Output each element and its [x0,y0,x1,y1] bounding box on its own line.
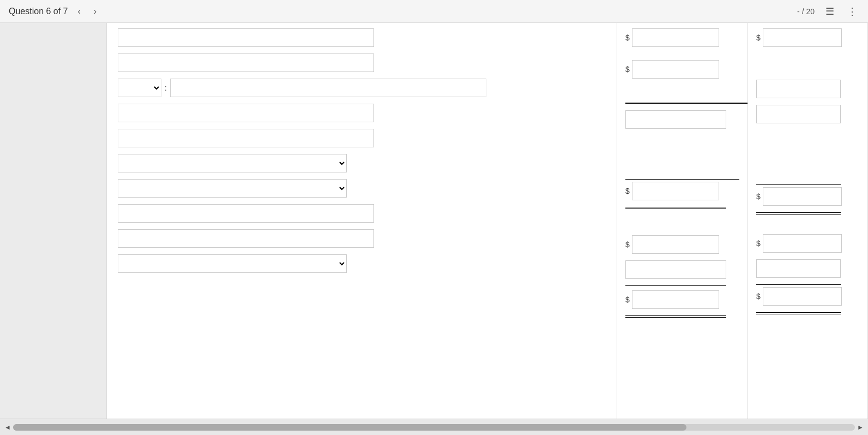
text-input-2[interactable] [118,53,374,72]
spacer-1 [625,53,739,60]
scroll-thumb [13,424,686,431]
dollar-sign-2: $ [625,65,630,74]
mid-underline-input-1[interactable] [625,85,748,104]
next-button[interactable]: › [91,5,100,17]
mid-dollar-row-1: $ [625,28,739,47]
right-dollar-input-3[interactable] [763,234,842,253]
right-double-underline-1 [756,212,841,214]
text-input-1[interactable] [118,28,374,47]
top-bar-left: Question 6 of 7 ‹ › [9,5,100,17]
center-area: : [106,23,617,419]
right-dollar-sign-4: $ [756,292,761,301]
right-dollar-sign-2: $ [756,192,761,201]
right-column: $ $ $ [748,23,868,419]
text-input-7[interactable] [118,229,374,248]
mid-spacer-2 [625,135,739,179]
dollar-sign-5: $ [625,295,630,304]
mid-dollar-input-5[interactable] [632,290,719,309]
right-dollar-sign-1: $ [756,33,761,42]
dropdown-select-4[interactable] [118,254,347,273]
right-dollar-input-2[interactable] [763,187,842,206]
scroll-track[interactable] [13,424,855,431]
right-row-6 [756,259,859,278]
dollar-sign-4: $ [625,240,630,249]
right-row-3 [756,105,859,123]
form-row-5 [118,129,606,147]
more-icon: ⋮ [847,6,857,17]
right-dollar-input-4[interactable] [763,287,842,306]
form-row-3-inline: : [118,79,606,97]
dollar-sign-3: $ [625,187,630,195]
text-input-5[interactable] [118,129,374,147]
dollar-sign-1: $ [625,33,630,42]
right-dollar-row-1: $ [756,28,859,47]
right-dollar-row-4: $ [756,287,859,306]
right-row-2 [756,80,859,98]
mid-dollar-input-1[interactable] [632,28,719,47]
right-spacer-3 [756,228,859,234]
mid-dollar-row-3: $ [625,182,739,200]
right-plain-input-3[interactable] [756,259,841,278]
double-underline-1 [625,207,726,209]
mid-value-input-1[interactable] [625,110,726,129]
form-row-4 [118,104,606,122]
text-input-6[interactable] [118,204,374,223]
mid-dollar-row-4: $ [625,235,739,254]
score-display: - / 20 [797,7,815,16]
right-spacer-2 [756,130,859,184]
dropdown-select-2[interactable] [118,154,347,172]
form-row-6 [118,154,606,172]
list-icon-button[interactable]: ☰ [823,4,836,19]
list-icon: ☰ [825,6,834,17]
form-row-9 [118,229,606,248]
main-content: : [0,23,868,419]
more-options-button[interactable]: ⋮ [845,4,859,19]
bottom-scrollbar: ◄ ► [0,419,868,435]
form-row-7 [118,179,606,198]
colon-label: : [165,84,167,92]
dropdown-select-3[interactable] [118,179,347,198]
right-spacer-1 [756,53,859,80]
right-underline-1 [756,184,841,185]
mid-dollar-row-2: $ [625,60,739,79]
mid-section-2: $ [625,179,739,209]
mid-column: $ $ $ [617,23,748,419]
left-sidebar [0,23,106,419]
form-row-8 [118,204,606,223]
mid-dollar-input-3[interactable] [632,182,719,200]
scroll-right-arrow[interactable]: ► [857,424,864,431]
mid-underline-2 [625,285,726,286]
mid-row-7 [625,260,739,279]
mid-row-4 [625,110,739,129]
right-dollar-input-1[interactable] [763,28,842,47]
mid-spacer-3 [625,216,739,235]
mid-dollar-input-2[interactable] [632,60,719,79]
right-dollar-sign-3: $ [756,239,761,248]
top-bar: Question 6 of 7 ‹ › - / 20 ☰ ⋮ [0,0,868,23]
text-input-4[interactable] [118,104,374,122]
form-row-10 [118,254,606,273]
mid-row-3 [625,85,739,104]
prev-button[interactable]: ‹ [75,5,84,17]
question-title: Question 6 of 7 [9,7,68,16]
mid-dollar-row-5: $ [625,290,739,309]
top-bar-right: - / 20 ☰ ⋮ [797,4,859,19]
scroll-left-arrow[interactable]: ◄ [4,424,11,431]
right-underline-2 [756,284,841,285]
text-input-3[interactable] [170,79,486,97]
right-dollar-row-2: $ [756,187,859,206]
right-double-underline-2 [756,312,841,314]
right-plain-input-2[interactable] [756,105,841,123]
mid-dollar-input-4[interactable] [632,235,719,254]
form-row-1 [118,28,606,47]
double-underline-2 [625,315,726,318]
right-plain-input-1[interactable] [756,80,841,98]
right-dollar-row-3: $ [756,234,859,253]
form-row-2 [118,53,606,72]
mid-value-input-2[interactable] [625,260,726,279]
dropdown-select-1[interactable] [118,79,161,97]
